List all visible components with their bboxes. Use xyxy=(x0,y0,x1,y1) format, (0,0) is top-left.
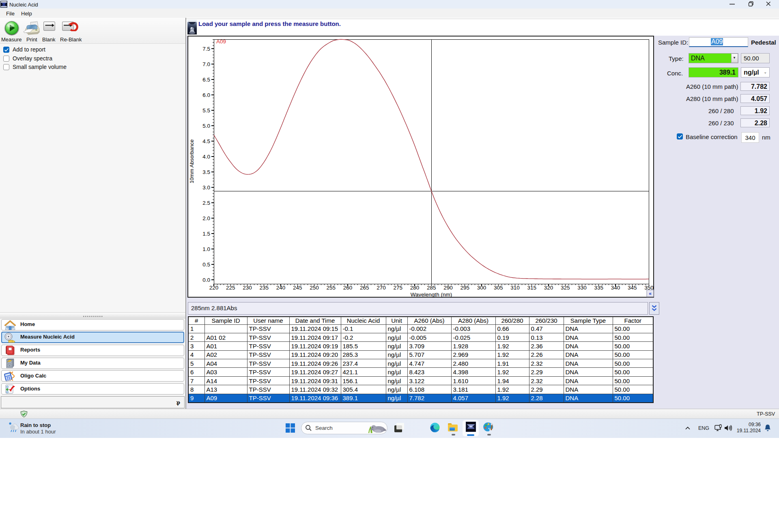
svg-text:5.0: 5.0 xyxy=(202,123,210,129)
svg-text:265: 265 xyxy=(360,285,369,291)
svg-text:6.5: 6.5 xyxy=(202,77,210,83)
svg-text:2.0: 2.0 xyxy=(202,215,210,221)
svg-text:315: 315 xyxy=(527,285,537,291)
svg-text:280: 280 xyxy=(410,285,420,291)
svg-text:325: 325 xyxy=(561,285,570,291)
svg-text:250: 250 xyxy=(310,285,319,291)
svg-text:2.5: 2.5 xyxy=(202,200,210,206)
svg-text:220: 220 xyxy=(209,285,219,291)
svg-text:255: 255 xyxy=(327,285,336,291)
svg-text:340: 340 xyxy=(611,285,620,291)
svg-text:290: 290 xyxy=(443,285,453,291)
svg-text:4.5: 4.5 xyxy=(202,138,210,144)
svg-text:310: 310 xyxy=(510,285,520,291)
svg-text:6.0: 6.0 xyxy=(202,92,210,98)
svg-text:A09: A09 xyxy=(216,39,226,45)
svg-text:225: 225 xyxy=(226,285,235,291)
svg-text:3.5: 3.5 xyxy=(202,169,210,175)
svg-text:245: 245 xyxy=(293,285,302,291)
svg-text:Wavelength (nm): Wavelength (nm) xyxy=(411,292,452,298)
svg-text:1.0: 1.0 xyxy=(202,246,210,252)
svg-text:345: 345 xyxy=(628,285,637,291)
svg-text:4.0: 4.0 xyxy=(202,154,210,160)
svg-text:270: 270 xyxy=(377,285,386,291)
svg-text:320: 320 xyxy=(544,285,553,291)
svg-text:300: 300 xyxy=(477,285,486,291)
svg-text:295: 295 xyxy=(461,285,470,291)
svg-text:240: 240 xyxy=(276,285,286,291)
svg-text:3.0: 3.0 xyxy=(202,184,210,191)
svg-text:1.5: 1.5 xyxy=(202,231,210,237)
svg-text:0.5: 0.5 xyxy=(202,262,210,268)
svg-text:«: « xyxy=(649,291,652,296)
svg-text:285: 285 xyxy=(427,285,436,291)
svg-text:0.0: 0.0 xyxy=(202,277,210,283)
svg-text:260: 260 xyxy=(343,285,353,291)
svg-text:230: 230 xyxy=(243,285,252,291)
svg-text:7.5: 7.5 xyxy=(202,46,210,52)
svg-text:330: 330 xyxy=(577,285,587,291)
svg-text:235: 235 xyxy=(260,285,269,291)
svg-text:10mm Absorbance: 10mm Absorbance xyxy=(189,139,195,183)
svg-text:305: 305 xyxy=(494,285,503,291)
svg-text:5.5: 5.5 xyxy=(202,107,210,114)
svg-text:335: 335 xyxy=(594,285,604,291)
svg-text:275: 275 xyxy=(394,285,403,291)
svg-text:7.0: 7.0 xyxy=(202,61,210,67)
